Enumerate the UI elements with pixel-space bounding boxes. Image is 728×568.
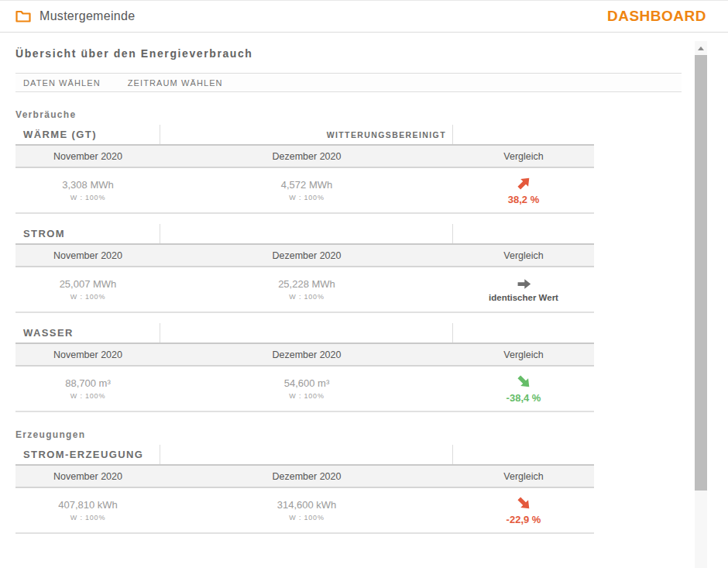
column-header-november: November 2020 [15, 466, 160, 487]
table-title: WÄRME (GT) [23, 129, 97, 140]
column-header-dezember: Dezember 2020 [160, 344, 453, 365]
column-header-vergleich: Vergleich [453, 146, 594, 167]
comparison-value: identischer Wert [489, 293, 558, 302]
select-data-button[interactable]: DATEN WÄHLEN [15, 78, 108, 88]
value-dezember: 25,228 MWh [278, 278, 335, 290]
select-period-button[interactable]: ZEITRAUM WÄHLEN [120, 78, 231, 88]
column-header-dezember: Dezember 2020 [160, 245, 453, 266]
table-header-row: November 2020 Dezember 2020 Vergleich [15, 466, 594, 488]
table-row: 407,810 kWh W : 100% 314,600 kWh W : 100… [15, 488, 594, 534]
weather-factor: W : 100% [289, 392, 324, 400]
topbar: Mustergemeinde DASHBOARD [0, 1, 728, 33]
value-november: 407,810 kWh [58, 499, 118, 511]
column-header-november: November 2020 [15, 146, 160, 167]
table-title: WASSER [23, 327, 74, 339]
table-title: STROM [23, 228, 65, 239]
table-title: STROM-ERZEUGUNG [23, 449, 143, 460]
weather-factor: W : 100% [70, 194, 105, 201]
comparison-value: 38,2 % [508, 194, 539, 205]
value-november: 25,007 MWh [60, 278, 117, 290]
column-header-vergleich: Vergleich [453, 466, 594, 487]
table-row: 25,007 MWh W : 100% 25,228 MWh W : 100% … [15, 267, 594, 313]
value-dezember: 54,600 m³ [284, 377, 330, 389]
scrollbar-thumb[interactable] [695, 55, 707, 491]
trend-arrow-icon [516, 374, 532, 390]
tab-wasser[interactable]: WASSER [15, 323, 160, 343]
trend-arrow-icon [516, 495, 532, 511]
table-strom-erzeugung: STROM-ERZEUGUNG November 2020 Dezember 2… [15, 445, 594, 534]
scroll-up-button[interactable] [695, 41, 707, 55]
dashboard-logo: DASHBOARD [607, 8, 706, 25]
weather-factor: W : 100% [289, 293, 324, 301]
table-row: 3,308 MWh W : 100% 4,572 MWh W : 100% 38… [15, 168, 594, 214]
table-strom: STROM November 2020 Dezember 2020 Vergle… [15, 224, 594, 313]
tab-waerme[interactable]: WÄRME (GT) [15, 125, 160, 144]
comparison-value: -22,9 % [507, 514, 541, 525]
weather-factor: W : 100% [289, 514, 324, 522]
value-november: 88,700 m³ [65, 377, 111, 389]
weather-factor: W : 100% [289, 194, 324, 201]
column-header-dezember: Dezember 2020 [160, 466, 453, 487]
tab-strom-erzeugung[interactable]: STROM-ERZEUGUNG [15, 445, 160, 464]
comparison-cell: -22,9 % [453, 488, 594, 532]
filter-toolbar: DATEN WÄHLEN ZEITRAUM WÄHLEN [15, 73, 682, 92]
table-header-row: November 2020 Dezember 2020 Vergleich [15, 245, 594, 267]
weather-factor: W : 100% [70, 392, 105, 400]
table-row: 88,700 m³ W : 100% 54,600 m³ W : 100% -3… [15, 367, 594, 412]
comparison-cell: 38,2 % [453, 168, 594, 212]
main-content: Übersicht über den Energieverbrauch DATE… [0, 47, 728, 534]
trend-arrow-icon [517, 277, 531, 291]
weather-factor: W : 100% [70, 293, 105, 301]
comparison-cell: -38,4 % [453, 367, 594, 411]
scroll-up-arrow-icon [698, 46, 704, 50]
table-header-row: November 2020 Dezember 2020 Vergleich [15, 344, 594, 367]
page-title: Übersicht über den Energieverbrauch [15, 47, 728, 60]
column-header-november: November 2020 [15, 245, 160, 266]
table-header-row: November 2020 Dezember 2020 Vergleich [15, 146, 594, 168]
weather-adjusted-label: WITTERUNGSBEREINIGT [327, 130, 446, 139]
folder-icon [15, 10, 31, 22]
weather-factor: W : 100% [70, 514, 105, 522]
comparison-cell: identischer Wert [453, 267, 594, 312]
vertical-scrollbar[interactable] [695, 41, 707, 568]
value-dezember: 4,572 MWh [281, 179, 332, 191]
column-header-dezember: Dezember 2020 [160, 146, 453, 167]
group-label-erzeugungen: Erzeugungen [15, 429, 728, 440]
comparison-value: -38,4 % [507, 392, 541, 404]
column-header-vergleich: Vergleich [453, 245, 594, 266]
column-header-vergleich: Vergleich [453, 344, 594, 365]
table-waerme: WÄRME (GT) WITTERUNGSBEREINIGT November … [15, 125, 594, 214]
municipality-title: Mustergemeinde [39, 9, 135, 23]
value-november: 3,308 MWh [62, 179, 113, 191]
group-label-verbraeuche: Verbräuche [15, 109, 728, 120]
tab-strom[interactable]: STROM [15, 224, 160, 243]
trend-arrow-icon [516, 175, 532, 191]
column-header-november: November 2020 [15, 344, 160, 365]
value-dezember: 314,600 kWh [277, 499, 337, 511]
table-wasser: WASSER November 2020 Dezember 2020 Vergl… [15, 323, 594, 412]
